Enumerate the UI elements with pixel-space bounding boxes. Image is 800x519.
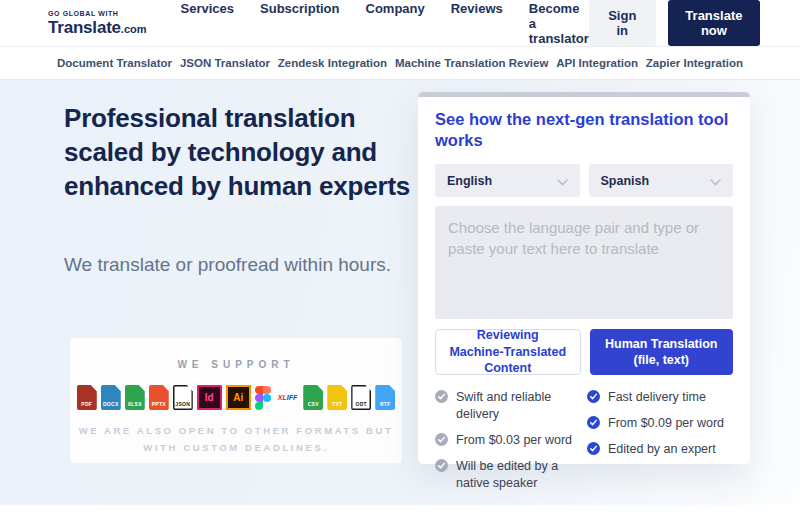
sign-in-button[interactable]: Sign in: [589, 0, 656, 46]
check-circle-icon: [587, 390, 600, 403]
feature-text: From $0.09 per word: [608, 415, 724, 432]
nav-item-services[interactable]: Services: [181, 1, 235, 46]
human-feature-1: Fast delivery time: [587, 389, 733, 406]
headline-line-1: Professional translation: [64, 102, 414, 136]
hero-section: Professional translation scaled by techn…: [0, 80, 800, 505]
subnav-item-json-translator[interactable]: JSON Translator: [180, 57, 270, 69]
chevron-down-icon: [710, 172, 721, 190]
subnav-item-zendesk-integration[interactable]: Zendesk Integration: [278, 57, 387, 69]
translation-text-input[interactable]: [435, 206, 733, 319]
indesign-icon: Id: [197, 385, 222, 410]
secondary-nav: Document Translator JSON Translator Zend…: [0, 47, 800, 80]
docx-file-icon: DOCX: [101, 385, 121, 410]
logo-tagline: GO GLOBAL WITH: [48, 10, 147, 17]
features-lists: Swift and reliable delivery From $0.03 p…: [435, 389, 733, 500]
source-language-value: English: [447, 174, 492, 188]
support-note: WE ARE ALSO OPEN TO OTHER FORMATS BUT WI…: [70, 423, 402, 456]
logo-tld: .com: [121, 23, 147, 35]
check-circle-icon: [587, 416, 600, 429]
machine-feature-2: From $0.03 per word: [435, 432, 581, 449]
check-circle-icon: [587, 442, 600, 455]
subnav-item-machine-translation-review[interactable]: Machine Translation Review: [395, 57, 548, 69]
csv-file-icon: CSV: [303, 385, 323, 410]
check-circle-icon: [435, 459, 448, 472]
pptx-file-icon: PPTX: [149, 385, 169, 410]
logo-brand: Translate: [48, 18, 121, 37]
human-features-list: Fast delivery time From $0.09 per word E…: [587, 389, 733, 500]
nav-item-company[interactable]: Company: [366, 1, 425, 46]
translation-tool-card: See how the next-gen translation tool wo…: [418, 92, 750, 464]
main-nav: Services Subscription Company Reviews Be…: [181, 1, 589, 46]
machine-feature-1: Swift and reliable delivery: [435, 389, 581, 423]
rtf-file-icon: RTF: [375, 385, 395, 410]
feature-text: Will be edited by a native speaker: [456, 458, 581, 492]
card-body: See how the next-gen translation tool wo…: [418, 97, 750, 501]
subnav-item-api-integration[interactable]: API Integration: [556, 57, 638, 69]
nav-item-become-a-translator[interactable]: Become a translator: [529, 1, 589, 46]
odt-file-icon: ODT: [351, 385, 371, 410]
human-translation-button[interactable]: Human Translation (file, text): [590, 329, 734, 375]
txt-file-icon: TXT: [327, 385, 347, 410]
cta-buttons-row: Reviewing Machine-Translated Content Hum…: [435, 329, 733, 375]
source-language-select[interactable]: English: [435, 164, 580, 197]
feature-text: Swift and reliable delivery: [456, 389, 581, 423]
hero-subtitle: We translate or proofread within hours.: [64, 254, 391, 276]
subnav-item-document-translator[interactable]: Document Translator: [57, 57, 172, 69]
target-language-value: Spanish: [601, 174, 650, 188]
check-circle-icon: [435, 390, 448, 403]
reviewing-machine-translated-button[interactable]: Reviewing Machine-Translated Content: [435, 329, 581, 375]
headline-line-2: scaled by technology and: [64, 136, 414, 170]
check-circle-icon: [435, 433, 448, 446]
human-feature-2: From $0.09 per word: [587, 415, 733, 432]
hero-headline: Professional translation scaled by techn…: [64, 102, 414, 203]
xliff-icon: XLIFF: [278, 385, 297, 410]
json-file-icon: JSON: [173, 385, 193, 410]
feature-text: Edited by an expert: [608, 441, 716, 458]
format-icons-row: PDF DOCX XLSX PPTX JSON Id Ai XLIFF CSV …: [70, 384, 402, 410]
tool-title: See how the next-gen translation tool wo…: [435, 109, 737, 151]
feature-text: Fast delivery time: [608, 389, 706, 406]
figma-icon: [255, 385, 272, 410]
language-selectors-row: English Spanish: [435, 164, 733, 197]
nav-item-subscription[interactable]: Subscription: [260, 1, 339, 46]
headline-line-3: enhanced by human experts: [64, 170, 414, 204]
site-logo[interactable]: GO GLOBAL WITH Translate.com: [48, 10, 147, 36]
target-language-select[interactable]: Spanish: [589, 164, 734, 197]
translate-now-button[interactable]: Translate now: [668, 0, 760, 46]
xlsx-file-icon: XLSX: [125, 385, 145, 410]
pdf-file-icon: PDF: [77, 385, 97, 410]
supported-formats-card: WE SUPPORT PDF DOCX XLSX PPTX JSON Id Ai…: [70, 338, 402, 463]
nav-item-reviews[interactable]: Reviews: [451, 1, 503, 46]
support-title: WE SUPPORT: [70, 359, 402, 370]
machine-features-list: Swift and reliable delivery From $0.03 p…: [435, 389, 581, 500]
illustrator-icon: Ai: [226, 385, 251, 410]
header-actions: Sign in Translate now: [589, 0, 760, 46]
machine-feature-3: Will be edited by a native speaker: [435, 458, 581, 492]
chevron-down-icon: [557, 172, 568, 190]
top-header: GO GLOBAL WITH Translate.com Services Su…: [0, 0, 800, 47]
subnav-item-zapier-integration[interactable]: Zapier Integration: [646, 57, 743, 69]
feature-text: From $0.03 per word: [456, 432, 572, 449]
human-feature-3: Edited by an expert: [587, 441, 733, 458]
